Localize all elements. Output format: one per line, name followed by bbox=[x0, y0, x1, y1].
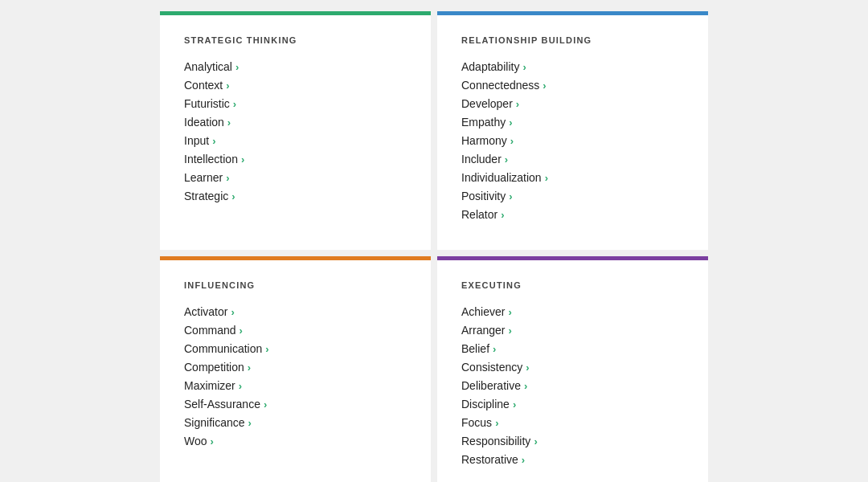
strength-link-maximizer[interactable]: Maximizer› bbox=[184, 379, 242, 392]
chevron-right-icon: › bbox=[226, 80, 229, 92]
strength-link-individualization[interactable]: Individualization› bbox=[461, 171, 548, 184]
strength-name: Connectedness bbox=[461, 79, 539, 92]
list-item: Achiever› bbox=[461, 304, 684, 319]
strength-name: Self-Assurance bbox=[184, 398, 260, 411]
chevron-right-icon: › bbox=[534, 435, 537, 447]
strength-link-includer[interactable]: Includer› bbox=[461, 153, 508, 165]
strength-link-ideation[interactable]: Ideation› bbox=[184, 116, 231, 129]
chevron-right-icon: › bbox=[231, 190, 235, 202]
list-item: Adaptability› bbox=[461, 59, 684, 74]
strength-link-developer[interactable]: Developer› bbox=[461, 97, 519, 110]
strength-name: Command bbox=[184, 324, 236, 337]
strength-link-adaptability[interactable]: Adaptability› bbox=[461, 60, 526, 73]
quadrant-executing: ExecutingAchiever›Arranger›Belief›Consis… bbox=[437, 256, 708, 482]
strength-link-communication[interactable]: Communication› bbox=[184, 342, 269, 355]
list-item: Focus› bbox=[461, 415, 684, 430]
strength-link-belief[interactable]: Belief› bbox=[461, 342, 496, 355]
strength-link-responsibility[interactable]: Responsibility› bbox=[461, 435, 538, 447]
strength-name: Analytical bbox=[184, 60, 232, 73]
strength-link-self-assurance[interactable]: Self-Assurance› bbox=[184, 398, 267, 411]
quadrant-title-relationship: Relationship Building bbox=[461, 35, 684, 45]
chevron-right-icon: › bbox=[227, 116, 231, 129]
strength-name: Deliberative bbox=[461, 379, 521, 392]
strength-link-activator[interactable]: Activator› bbox=[184, 305, 235, 318]
chevron-right-icon: › bbox=[493, 343, 496, 355]
strength-name: Consistency bbox=[461, 361, 522, 374]
strength-link-input[interactable]: Input› bbox=[184, 134, 215, 147]
chevron-right-icon: › bbox=[545, 172, 548, 184]
list-item: Empathy› bbox=[461, 115, 684, 129]
chevron-right-icon: › bbox=[522, 61, 526, 73]
quadrants-grid: Strategic ThinkingAnalytical›Context›Fut… bbox=[157, 8, 711, 474]
strength-link-achiever[interactable]: Achiever› bbox=[461, 305, 512, 318]
strength-name: Maximizer bbox=[184, 379, 235, 392]
list-item: Individualization› bbox=[461, 170, 684, 185]
chevron-right-icon: › bbox=[516, 98, 519, 110]
chevron-right-icon: › bbox=[226, 172, 229, 184]
strength-link-harmony[interactable]: Harmony› bbox=[461, 134, 514, 147]
strength-name: Activator bbox=[184, 305, 227, 318]
strength-name: Input bbox=[184, 134, 209, 147]
strength-link-context[interactable]: Context› bbox=[184, 79, 230, 92]
list-item: Arranger› bbox=[461, 323, 684, 337]
quadrant-relationship: Relationship BuildingAdaptability›Connec… bbox=[437, 11, 708, 250]
strength-name: Learner bbox=[184, 171, 223, 184]
strength-link-competition[interactable]: Competition› bbox=[184, 361, 251, 374]
strength-link-relator[interactable]: Relator› bbox=[461, 208, 504, 221]
strength-link-discipline[interactable]: Discipline› bbox=[461, 398, 516, 411]
strength-link-woo[interactable]: Woo› bbox=[184, 435, 214, 447]
quadrant-title-executing: Executing bbox=[461, 280, 684, 290]
list-item: Ideation› bbox=[184, 115, 407, 129]
chevron-right-icon: › bbox=[248, 362, 251, 374]
chevron-right-icon: › bbox=[239, 380, 242, 392]
strength-name: Significance bbox=[184, 416, 245, 429]
strength-name: Responsibility bbox=[461, 435, 530, 447]
strength-link-significance[interactable]: Significance› bbox=[184, 416, 252, 429]
strength-link-positivity[interactable]: Positivity› bbox=[461, 190, 513, 202]
list-item: Harmony› bbox=[461, 133, 684, 148]
item-list-influencing: Activator›Command›Communication›Competit… bbox=[184, 304, 407, 448]
strength-link-focus[interactable]: Focus› bbox=[461, 416, 498, 429]
list-item: Relator› bbox=[461, 207, 684, 222]
list-item: Belief› bbox=[461, 341, 684, 356]
list-item: Communication› bbox=[184, 341, 407, 356]
strength-link-strategic[interactable]: Strategic› bbox=[184, 190, 235, 202]
strength-link-arranger[interactable]: Arranger› bbox=[461, 324, 512, 337]
chevron-right-icon: › bbox=[241, 153, 244, 165]
strength-link-deliberative[interactable]: Deliberative› bbox=[461, 379, 527, 392]
chevron-right-icon: › bbox=[509, 190, 512, 202]
strength-name: Developer bbox=[461, 97, 513, 110]
list-item: Maximizer› bbox=[184, 378, 407, 393]
strength-link-intellection[interactable]: Intellection› bbox=[184, 153, 244, 165]
strength-link-empathy[interactable]: Empathy› bbox=[461, 116, 513, 129]
item-list-executing: Achiever›Arranger›Belief›Consistency›Del… bbox=[461, 304, 684, 467]
strength-name: Futuristic bbox=[184, 97, 230, 110]
item-list-strategic: Analytical›Context›Futuristic›Ideation›I… bbox=[184, 59, 407, 203]
strength-link-connectedness[interactable]: Connectedness› bbox=[461, 79, 547, 92]
strength-link-restorative[interactable]: Restorative› bbox=[461, 453, 525, 466]
strength-name: Ideation bbox=[184, 116, 224, 129]
chevron-right-icon: › bbox=[542, 80, 546, 92]
strength-name: Empathy bbox=[461, 116, 506, 129]
chevron-right-icon: › bbox=[513, 398, 516, 411]
list-item: Restorative› bbox=[461, 452, 684, 467]
quadrant-title-strategic: Strategic Thinking bbox=[184, 35, 407, 45]
strength-name: Competition bbox=[184, 361, 244, 374]
strength-name: Positivity bbox=[461, 190, 506, 202]
strength-link-futuristic[interactable]: Futuristic› bbox=[184, 97, 236, 110]
strength-link-learner[interactable]: Learner› bbox=[184, 171, 230, 184]
strength-name: Harmony bbox=[461, 134, 507, 147]
strength-link-consistency[interactable]: Consistency› bbox=[461, 361, 530, 374]
list-item: Consistency› bbox=[461, 360, 684, 374]
list-item: Intellection› bbox=[184, 152, 407, 166]
strength-link-command[interactable]: Command› bbox=[184, 324, 243, 337]
chevron-right-icon: › bbox=[508, 325, 511, 337]
strength-name: Arranger bbox=[461, 324, 505, 337]
chevron-right-icon: › bbox=[508, 306, 511, 318]
chevron-right-icon: › bbox=[510, 135, 514, 147]
list-item: Activator› bbox=[184, 304, 407, 319]
strength-link-analytical[interactable]: Analytical› bbox=[184, 60, 239, 73]
list-item: Context› bbox=[184, 78, 407, 92]
strength-name: Achiever bbox=[461, 305, 505, 318]
strength-name: Individualization bbox=[461, 171, 542, 184]
